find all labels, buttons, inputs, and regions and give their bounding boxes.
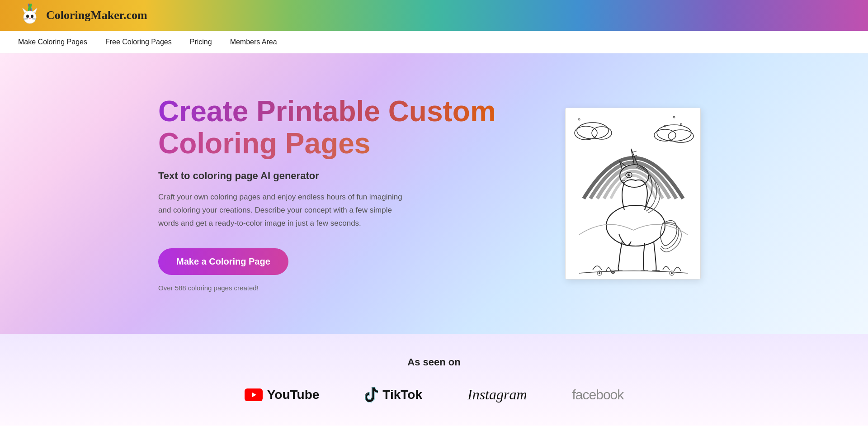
svg-point-3 (24, 11, 36, 24)
hero-section: Create Printable Custom Coloring Pages T… (0, 53, 868, 334)
youtube-label: YouTube (267, 388, 320, 402)
navbar: Make Coloring Pages Free Coloring Pages … (0, 31, 868, 53)
tiktok-logo: TikTok (364, 387, 422, 403)
nav-pricing[interactable]: Pricing (190, 38, 212, 46)
make-coloring-page-button[interactable]: Make a Coloring Page (158, 248, 288, 275)
tiktok-icon (364, 387, 378, 403)
svg-point-16 (578, 118, 580, 120)
svg-point-14 (575, 126, 597, 140)
hero-subtitle: Text to coloring page AI generator (158, 170, 529, 182)
svg-marker-4 (23, 8, 27, 13)
logo-text: ColoringMaker.com (46, 9, 147, 22)
svg-point-40 (671, 272, 673, 274)
hero-title-line2: Coloring Pages (158, 128, 529, 159)
instagram-label: Instagram (467, 386, 527, 403)
tiktok-label: TikTok (382, 388, 422, 402)
svg-point-30 (629, 174, 630, 175)
svg-point-36 (599, 272, 600, 274)
unicorn-illustration (566, 108, 701, 279)
coloring-page-preview (565, 108, 701, 279)
pages-count-text: Over 588 coloring pages created! (158, 284, 529, 292)
facebook-logo: facebook (572, 387, 624, 403)
as-seen-on-title: As seen on (18, 356, 850, 368)
youtube-logo: YouTube (245, 388, 320, 402)
logo-container[interactable]: ColoringMaker.com (18, 4, 147, 27)
nav-members-area[interactable]: Members Area (230, 38, 277, 46)
facebook-label: facebook (572, 387, 624, 403)
instagram-logo: Instagram (467, 386, 527, 403)
svg-point-18 (680, 123, 682, 125)
svg-point-23 (606, 205, 665, 246)
svg-point-17 (673, 116, 675, 118)
hero-description: Craft your own coloring pages and enjoy … (158, 191, 411, 230)
hero-content: Create Printable Custom Coloring Pages T… (158, 95, 565, 291)
nav-make-coloring-pages[interactable]: Make Coloring Pages (18, 38, 87, 46)
svg-point-6 (26, 15, 29, 18)
svg-point-8 (29, 18, 31, 19)
social-logos-container: YouTube TikTok Instagram facebook (18, 386, 850, 403)
svg-point-7 (31, 15, 33, 18)
hero-image-container (565, 108, 710, 279)
hero-title: Create Printable Custom Coloring Pages (158, 95, 529, 159)
youtube-icon (245, 388, 263, 401)
header-bar: ColoringMaker.com (0, 0, 868, 31)
as-seen-on-section: As seen on YouTube TikTok Instagram (0, 334, 868, 426)
svg-marker-41 (252, 393, 256, 397)
logo-icon (18, 4, 42, 27)
svg-marker-5 (33, 8, 37, 13)
nav-free-coloring-pages[interactable]: Free Coloring Pages (105, 38, 172, 46)
hero-title-line1: Create Printable Custom (158, 95, 529, 127)
